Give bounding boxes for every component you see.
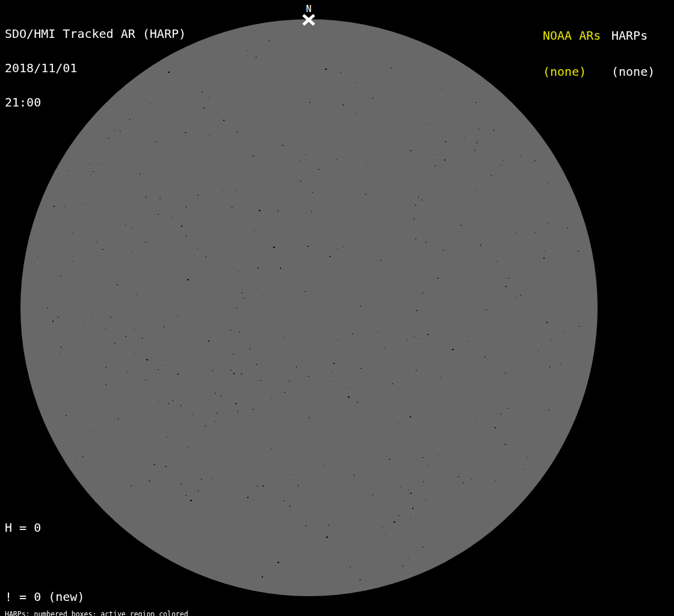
harp-tracking-view: SDO/HMI Tracked AR (HARP) 2018/11/01 21:… <box>0 0 674 616</box>
noaa-ars-label: NOAA ARs <box>543 29 601 42</box>
observation-date: 2018/11/01 <box>5 63 186 74</box>
legend-spacer <box>5 556 143 568</box>
harps-label: HARPs <box>611 29 655 42</box>
footer-line-harps: HARPs: numbered boxes; active region col… <box>5 611 247 616</box>
observation-time: 21:00 <box>5 97 186 108</box>
harps-counter: HARPs (none) <box>611 5 655 102</box>
noaa-ars-counter: NOAA ARs (none) <box>543 5 601 102</box>
harps-value: (none) <box>611 66 655 78</box>
footer-caption: HARPs: numbered boxes; active region col… <box>5 596 247 616</box>
north-label: N <box>306 5 311 14</box>
title-block: SDO/HMI Tracked AR (HARP) 2018/11/01 21:… <box>5 5 186 131</box>
legend-h-count: H = 0 <box>5 522 143 534</box>
north-x-marker-icon <box>301 13 316 26</box>
page-title: SDO/HMI Tracked AR (HARP) <box>5 28 186 40</box>
noaa-ars-value: (none) <box>543 66 601 78</box>
